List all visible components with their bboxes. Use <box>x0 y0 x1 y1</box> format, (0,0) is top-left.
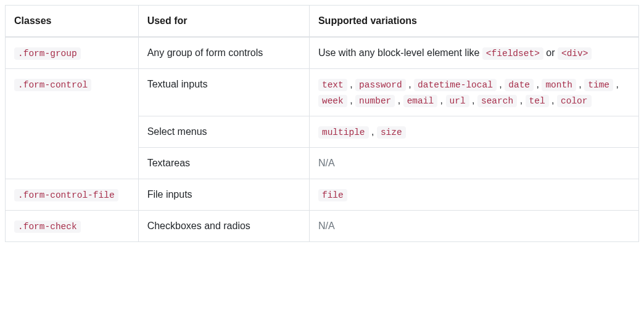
code-sep: , <box>347 95 355 105</box>
cell-class: .form-group <box>6 37 139 69</box>
code-tag: file <box>318 189 347 201</box>
code-tag: size <box>377 126 406 139</box>
na-text: N/A <box>318 158 335 168</box>
cell-used-for: File inputs <box>138 179 309 210</box>
form-classes-table: Classes Used for Supported variations .f… <box>5 5 639 242</box>
code-sep: , <box>576 79 584 89</box>
code-tag: month <box>542 79 576 91</box>
cell-variations: multiple , size <box>309 116 638 148</box>
table-row: .form-group Any group of form controls U… <box>6 37 639 69</box>
code-tag: multiple <box>318 126 369 139</box>
code-sep: , <box>497 79 505 89</box>
variation-sep: or <box>543 47 558 58</box>
code-sep: , <box>517 95 525 105</box>
na-text: N/A <box>318 221 335 231</box>
code-sep: , <box>549 95 557 105</box>
code-tag: date <box>505 79 534 91</box>
code-tag: password <box>355 79 406 91</box>
code-tag: number <box>355 95 395 107</box>
code-tag: time <box>584 79 613 91</box>
code-tag: email <box>403 95 438 107</box>
code-tag: color <box>557 95 592 107</box>
cell-class: .form-check <box>6 211 139 242</box>
code-class: .form-control-file <box>14 189 118 201</box>
code-sep: , <box>613 79 619 89</box>
code-class: .form-check <box>14 221 81 233</box>
code-sep: , <box>469 95 477 105</box>
cell-variations: Use with any block-level element like <f… <box>309 37 638 69</box>
code-class: .form-control <box>14 79 91 91</box>
cell-variations: N/A <box>309 211 638 242</box>
code-tag: tel <box>526 95 549 107</box>
code-sep: , <box>369 126 377 137</box>
header-variations: Supported variations <box>309 6 638 37</box>
code-sep: , <box>437 95 445 105</box>
table-row: .form-control-file File inputs file <box>6 179 639 210</box>
header-used-for: Used for <box>138 6 309 37</box>
code-tag: search <box>477 95 517 107</box>
table-row: .form-control Textual inputs text , pass… <box>6 68 639 116</box>
code-tag: url <box>446 95 469 107</box>
variation-text: Use with any block-level element like <box>318 47 482 58</box>
cell-class: .form-control <box>6 68 139 179</box>
cell-variations: N/A <box>309 148 638 179</box>
cell-variations: text , password , datetime-local , date … <box>309 68 638 116</box>
cell-used-for: Textual inputs <box>138 68 309 116</box>
cell-class: .form-control-file <box>6 179 139 210</box>
code-tag: <div> <box>558 47 592 60</box>
code-tag: week <box>318 95 347 107</box>
code-sep: , <box>347 79 355 89</box>
cell-used-for: Any group of form controls <box>138 37 309 69</box>
table-header-row: Classes Used for Supported variations <box>6 6 639 37</box>
cell-used-for: Select menus <box>138 116 309 148</box>
code-sep: , <box>406 79 414 89</box>
cell-variations: file <box>309 179 638 210</box>
header-classes: Classes <box>6 6 139 37</box>
code-class: .form-group <box>14 47 81 60</box>
code-tag: <fieldset> <box>482 47 543 60</box>
table-row: .form-check Checkboxes and radios N/A <box>6 211 639 242</box>
code-tag: text <box>318 79 347 91</box>
code-sep: , <box>534 79 542 89</box>
cell-used-for: Checkboxes and radios <box>138 211 309 242</box>
cell-used-for: Textareas <box>138 148 309 179</box>
code-tag: datetime-local <box>414 79 497 91</box>
code-sep: , <box>395 95 403 105</box>
